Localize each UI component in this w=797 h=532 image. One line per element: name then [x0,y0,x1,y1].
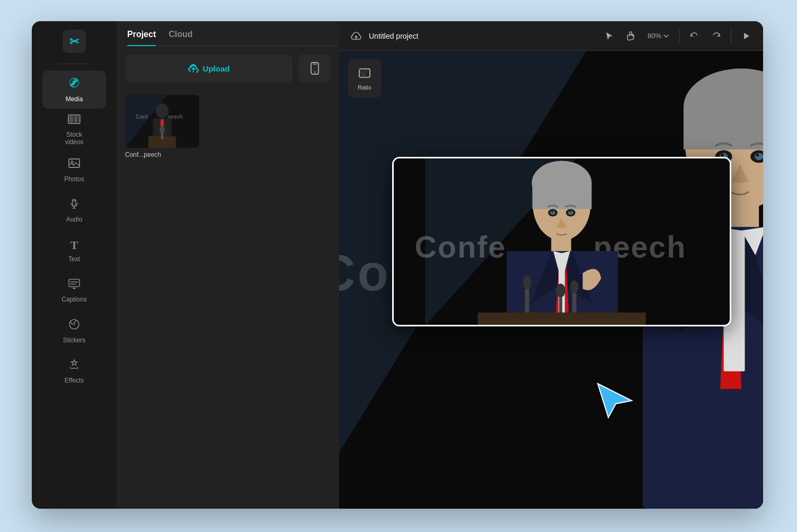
sidebar: ✂ Media [32,21,117,509]
undo-button[interactable] [686,28,703,45]
effects-icon [68,359,80,374]
clip-content: Confe peech [394,158,730,325]
media-thumbnail: Conf peech [125,95,199,148]
editor-canvas: Ratio [339,51,763,509]
upload-to-cloud-button[interactable] [348,28,365,45]
svg-point-2 [74,79,75,81]
sidebar-item-text-label: Text [68,255,80,263]
device-button[interactable] [299,55,331,82]
svg-point-79 [556,283,565,297]
sidebar-item-text[interactable]: T Text [42,232,106,270]
header-tools: 80% [601,28,755,45]
zoom-control[interactable]: 80% [643,30,673,42]
photos-icon [68,157,80,172]
thumbnail-preview: Conf peech [125,95,199,148]
ratio-button[interactable]: Ratio [348,59,382,97]
svg-rect-61 [533,183,592,209]
ratio-icon [358,67,371,82]
media-panel: Project Cloud Upload [117,21,339,509]
svg-rect-80 [478,313,646,325]
sidebar-item-stock-videos[interactable]: Stock videos [42,111,106,149]
header-divider [679,30,680,42]
svg-rect-4 [69,116,73,122]
play-button[interactable] [738,28,755,45]
svg-point-54 [756,154,759,156]
svg-point-23 [156,103,169,118]
app-logo: ✂ [63,30,86,53]
svg-point-75 [523,276,532,289]
clip-inner: Confe peech [394,158,730,325]
zoom-chevron-icon [663,34,669,38]
editor: Untitled project 80% [339,21,763,509]
hand-tool-button[interactable] [622,28,639,45]
sidebar-divider [58,64,90,64]
upload-label: Upload [203,64,230,73]
svg-point-77 [570,280,579,293]
sidebar-item-effects[interactable]: Effects [42,352,106,391]
panel-actions: Upload [117,46,339,91]
captions-icon [68,279,80,292]
editor-header: Untitled project 80% [339,21,763,51]
svg-rect-6 [78,116,80,122]
sidebar-item-captions[interactable]: Captions [42,272,106,310]
sidebar-item-stickers-label: Stickers [63,336,86,344]
sidebar-item-media-label: Media [66,95,83,103]
project-title: Untitled project [369,32,418,40]
sidebar-item-photos-label: Photos [64,175,84,183]
header-divider-2 [731,30,731,42]
tab-cloud[interactable]: Cloud [169,30,192,46]
zoom-value: 80% [648,32,661,40]
svg-rect-5 [74,116,78,122]
ratio-label: Ratio [358,84,371,91]
audio-icon [68,198,80,212]
svg-rect-62 [551,236,571,252]
device-icon [310,62,320,75]
upload-button[interactable]: Upload [125,55,293,82]
cursor-tool-button[interactable] [601,28,618,45]
media-icon [68,76,81,92]
cursor-icon [594,379,636,422]
header-left: Untitled project [348,28,418,45]
upload-icon [188,63,199,74]
sidebar-item-photos[interactable]: Photos [42,151,106,189]
svg-text:Confe: Confe [415,230,507,264]
svg-text:✂: ✂ [69,35,79,48]
svg-point-52 [755,153,763,160]
svg-text:Conf: Conf [136,114,148,120]
svg-point-73 [569,211,571,212]
cursor-arrow [594,379,636,424]
sidebar-item-media[interactable]: Media [42,70,106,109]
sidebar-item-audio-label: Audio [66,216,83,223]
svg-point-17 [314,72,315,73]
media-label: Conf...peech [125,151,161,158]
svg-point-72 [552,211,553,212]
stock-videos-icon [68,114,81,128]
media-item[interactable]: Conf peech [125,95,331,158]
sidebar-item-stickers[interactable]: Stickers [42,312,106,350]
svg-rect-11 [69,279,79,287]
sidebar-item-effects-label: Effects [65,377,84,384]
sidebar-item-captions-label: Captions [61,296,86,303]
stickers-icon [68,318,80,333]
panel-tabs: Project Cloud [117,21,339,46]
svg-point-53 [721,154,723,156]
tab-project[interactable]: Project [127,30,156,46]
svg-point-30 [160,126,165,134]
panel-content: Conf peech [117,91,339,509]
sidebar-item-stock-videos-label: Stock videos [65,131,84,146]
clip-overlay[interactable]: Confe peech [392,157,731,326]
svg-point-15 [73,323,75,325]
sidebar-item-audio[interactable]: Audio [42,191,106,229]
redo-button[interactable] [707,28,724,45]
text-icon: T [70,238,78,252]
svg-rect-7 [69,159,79,167]
